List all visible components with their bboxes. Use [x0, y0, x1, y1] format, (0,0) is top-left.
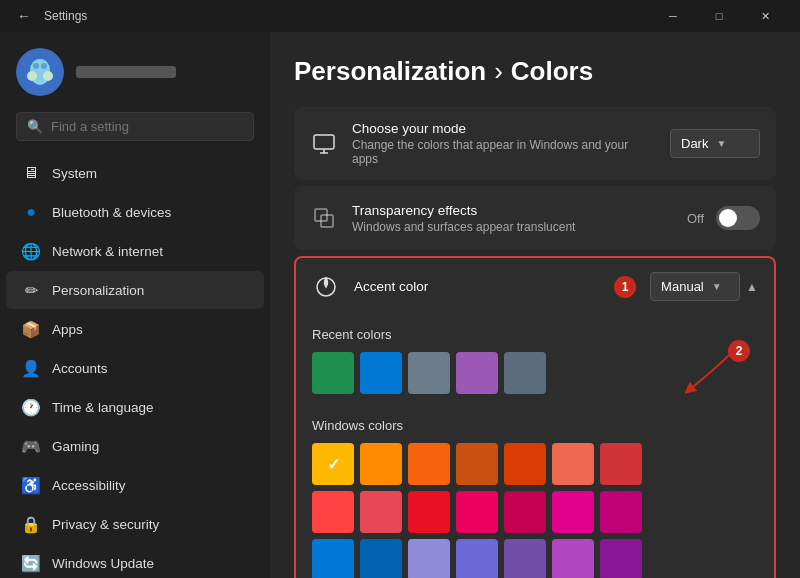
recent-color-4[interactable]	[504, 352, 546, 394]
sidebar-profile	[0, 32, 270, 104]
accent-icon	[312, 273, 340, 301]
windows-color-1-4[interactable]	[504, 491, 546, 533]
windows-colors-row-1	[312, 491, 758, 533]
windows-color-1-5[interactable]	[552, 491, 594, 533]
windows-color-2-6[interactable]	[600, 539, 642, 578]
personalization-icon: ✏	[22, 281, 40, 299]
windows-colors-row-2	[312, 539, 758, 578]
maximize-button[interactable]: □	[696, 0, 742, 32]
sidebar-item-system[interactable]: 🖥 System	[6, 154, 264, 192]
chevron-down-icon2: ▼	[712, 281, 722, 292]
recent-colors-grid	[312, 352, 758, 394]
gaming-icon: 🎮	[22, 437, 40, 455]
sidebar-item-accounts[interactable]: 👤 Accounts	[6, 349, 264, 387]
sidebar-item-bluetooth[interactable]: ● Bluetooth & devices	[6, 193, 264, 231]
windows-color-0-4[interactable]	[504, 443, 546, 485]
sidebar: 🔍 🖥 System ● Bluetooth & devices 🌐 Netwo…	[0, 32, 270, 578]
main-layout: 🔍 🖥 System ● Bluetooth & devices 🌐 Netwo…	[0, 32, 800, 578]
accent-color-card: Accent color 1 Manual ▼ ▲ Recent colors	[294, 256, 776, 578]
sidebar-item-apps[interactable]: 📦 Apps	[6, 310, 264, 348]
choose-mode-text: Choose your mode Change the colors that …	[352, 121, 656, 166]
sidebar-item-label: Apps	[52, 322, 83, 337]
windows-color-1-6[interactable]	[600, 491, 642, 533]
title-bar: ← Settings ─ □ ✕	[0, 0, 800, 32]
title-bar-title: Settings	[44, 9, 87, 23]
sidebar-item-label: System	[52, 166, 97, 181]
sidebar-item-label: Windows Update	[52, 556, 154, 571]
recent-color-2[interactable]	[408, 352, 450, 394]
windows-colors-title: Windows colors	[312, 418, 403, 433]
system-icon: 🖥	[22, 164, 40, 182]
accent-dropdown[interactable]: Manual ▼	[650, 272, 740, 301]
windows-color-1-3[interactable]	[456, 491, 498, 533]
sidebar-item-privacy[interactable]: 🔒 Privacy & security	[6, 505, 264, 543]
time-icon: 🕐	[22, 398, 40, 416]
recent-color-1[interactable]	[360, 352, 402, 394]
recent-colors-section: Recent colors	[296, 315, 774, 406]
windows-colors-section: Windows colors	[296, 406, 774, 578]
windows-color-0-6[interactable]	[600, 443, 642, 485]
search-input[interactable]	[51, 119, 243, 134]
accent-dropdown-value: Manual	[661, 279, 704, 294]
breadcrumb-separator: ›	[494, 56, 503, 87]
sidebar-item-label: Privacy & security	[52, 517, 159, 532]
sidebar-item-label: Network & internet	[52, 244, 163, 259]
accent-badge: 1	[614, 276, 636, 298]
choose-mode-row: Choose your mode Change the colors that …	[294, 107, 776, 180]
windows-color-2-1[interactable]	[360, 539, 402, 578]
windows-color-2-4[interactable]	[504, 539, 546, 578]
accent-header: Accent color 1 Manual ▼ ▲	[296, 258, 774, 315]
sidebar-item-label: Accounts	[52, 361, 108, 376]
sidebar-item-accessibility[interactable]: ♿ Accessibility	[6, 466, 264, 504]
transparency-control: Off	[687, 206, 760, 230]
search-icon: 🔍	[27, 119, 43, 134]
mode-dropdown[interactable]: Dark ▼	[670, 129, 760, 158]
choose-mode-icon	[310, 130, 338, 158]
windows-color-1-1[interactable]	[360, 491, 402, 533]
apps-icon: 📦	[22, 320, 40, 338]
svg-point-5	[43, 71, 53, 81]
windows-color-0-3[interactable]	[456, 443, 498, 485]
transparency-text: Transparency effects Windows and surface…	[352, 203, 673, 234]
back-button[interactable]: ←	[12, 4, 36, 28]
transparency-subtitle: Windows and surfaces appear translucent	[352, 220, 673, 234]
windows-color-1-2[interactable]	[408, 491, 450, 533]
toggle-knob	[719, 209, 737, 227]
sidebar-item-gaming[interactable]: 🎮 Gaming	[6, 427, 264, 465]
mode-dropdown-value: Dark	[681, 136, 708, 151]
windows-colors-row-0	[312, 443, 758, 485]
recent-color-0[interactable]	[312, 352, 354, 394]
windows-color-2-0[interactable]	[312, 539, 354, 578]
accounts-icon: 👤	[22, 359, 40, 377]
svg-rect-6	[314, 135, 334, 149]
breadcrumb: Personalization	[294, 56, 486, 87]
sidebar-item-label: Accessibility	[52, 478, 126, 493]
windows-color-1-0[interactable]	[312, 491, 354, 533]
svg-point-4	[27, 71, 37, 81]
windows-color-2-5[interactable]	[552, 539, 594, 578]
transparency-card: Transparency effects Windows and surface…	[294, 186, 776, 250]
windows-color-0-1[interactable]	[360, 443, 402, 485]
recent-color-3[interactable]	[456, 352, 498, 394]
accent-control: Manual ▼ ▲	[650, 272, 758, 301]
windows-color-2-2[interactable]	[408, 539, 450, 578]
windows-color-0-5[interactable]	[552, 443, 594, 485]
minimize-button[interactable]: ─	[650, 0, 696, 32]
windows-color-0-2[interactable]	[408, 443, 450, 485]
windows-color-0-0[interactable]	[312, 443, 354, 485]
choose-mode-control: Dark ▼	[670, 129, 760, 158]
windows-color-2-3[interactable]	[456, 539, 498, 578]
chevron-up-icon[interactable]: ▲	[746, 280, 758, 294]
sidebar-item-time[interactable]: 🕐 Time & language	[6, 388, 264, 426]
page-header: Personalization › Colors	[294, 56, 776, 87]
sidebar-item-personalization[interactable]: ✏ Personalization	[6, 271, 264, 309]
close-button[interactable]: ✕	[742, 0, 788, 32]
accent-label: Accent color	[354, 279, 600, 294]
svg-point-3	[41, 63, 47, 69]
choose-mode-title: Choose your mode	[352, 121, 656, 136]
search-box[interactable]: 🔍	[16, 112, 254, 141]
choose-mode-card: Choose your mode Change the colors that …	[294, 107, 776, 180]
sidebar-item-update[interactable]: 🔄 Windows Update	[6, 544, 264, 578]
transparency-toggle[interactable]	[716, 206, 760, 230]
sidebar-item-network[interactable]: 🌐 Network & internet	[6, 232, 264, 270]
